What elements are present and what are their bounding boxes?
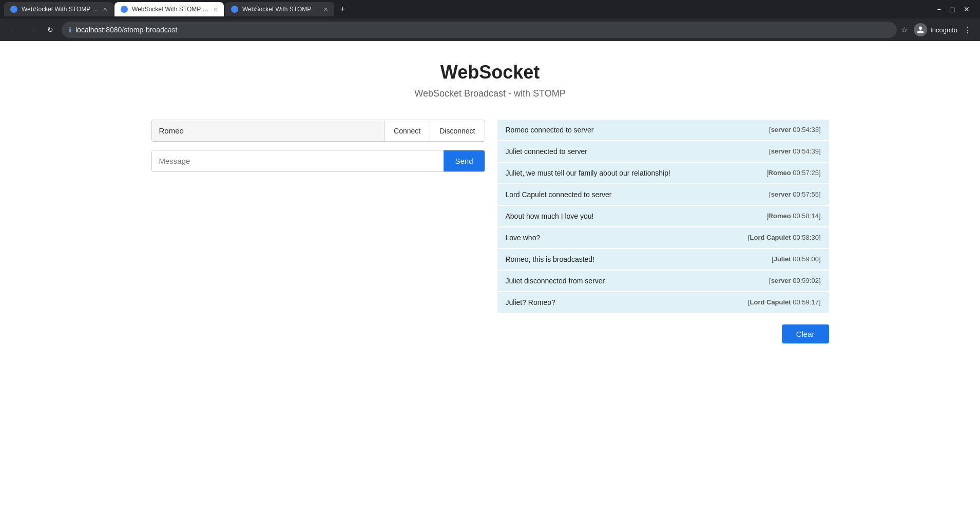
list-item: About how much I love you![Romeo 00:58:1… — [497, 206, 829, 226]
message-text: Juliet connected to server — [506, 147, 761, 156]
lock-icon: ℹ — [69, 26, 71, 34]
clear-button[interactable]: Clear — [782, 324, 829, 343]
message-text: Juliet, we must tell our family about ou… — [506, 169, 758, 177]
sender-name: server — [771, 147, 791, 155]
maximize-button[interactable]: ◻ — [949, 5, 955, 13]
page-subtitle: WebSocket Broadcast - with STOMP — [10, 88, 970, 99]
page-title: WebSocket — [10, 62, 970, 83]
forward-button[interactable]: → — [25, 23, 39, 37]
list-item: Juliet? Romeo?[Lord Capulet 00:59:17] — [497, 292, 829, 313]
message-text: About how much I love you! — [506, 212, 758, 220]
message-text: Juliet disconnected from server — [506, 277, 761, 285]
tab-favicon-2 — [121, 6, 128, 13]
list-item: Lord Capulet connected to server[server … — [497, 184, 829, 205]
message-meta: [Juliet 00:59:00] — [772, 255, 820, 263]
back-button[interactable]: ← — [6, 23, 21, 37]
list-item: Romeo, this is broadcasted![Juliet 00:59… — [497, 249, 829, 270]
message-list: Romeo connected to server[server 00:54:3… — [497, 120, 829, 313]
bookmark-icon[interactable]: ☆ — [901, 26, 908, 34]
window-controls: − ◻ ✕ — [937, 5, 976, 13]
close-window-button[interactable]: ✕ — [964, 5, 970, 13]
sender-name: Romeo — [768, 169, 791, 177]
address-bar-right: ☆ Incognito ⋮ — [901, 23, 974, 36]
minimize-button[interactable]: − — [937, 5, 941, 13]
tab-label-3: WebSocket With STOMP Broadca... — [242, 6, 319, 13]
address-text: localhost:8080/stomp-broadcast — [75, 26, 177, 34]
tab-close-2[interactable]: ✕ — [213, 6, 218, 13]
message-input[interactable] — [152, 150, 444, 171]
browser-menu-icon[interactable]: ⋮ — [964, 25, 972, 35]
disconnect-button[interactable]: Disconnect — [430, 121, 484, 141]
message-text: Lord Capulet connected to server — [506, 190, 761, 199]
message-row: Send — [151, 150, 485, 172]
message-text: Romeo, this is broadcasted! — [506, 255, 764, 263]
message-text: Love who? — [506, 234, 740, 242]
browser-chrome: WebSocket With STOMP Broadca... ✕ WebSoc… — [0, 0, 980, 41]
page-header: WebSocket WebSocket Broadcast - with STO… — [10, 62, 970, 99]
avatar — [914, 23, 927, 36]
left-panel: Connect Disconnect Send — [151, 120, 485, 313]
tab-bar: WebSocket With STOMP Broadca... ✕ WebSoc… — [0, 0, 980, 18]
main-layout: Connect Disconnect Send Romeo connected … — [131, 120, 850, 313]
message-meta: [server 00:57:55] — [769, 190, 821, 198]
tab-close-1[interactable]: ✕ — [103, 6, 107, 13]
tab-3[interactable]: WebSocket With STOMP Broadca... ✕ — [225, 2, 334, 16]
tab-2[interactable]: WebSocket With STOMP Broadca... ✕ — [114, 2, 224, 16]
message-text: Romeo connected to server — [506, 126, 761, 134]
address-bar[interactable]: ℹ localhost:8080/stomp-broadcast — [62, 22, 897, 38]
list-item: Juliet connected to server[server 00:54:… — [497, 141, 829, 162]
message-meta: [Romeo 00:58:14] — [766, 212, 821, 220]
tab-favicon-1 — [10, 6, 17, 13]
address-bar-row: ← → ↻ ℹ localhost:8080/stomp-broadcast ☆… — [0, 18, 980, 41]
page-content: WebSocket WebSocket Broadcast - with STO… — [0, 41, 980, 518]
message-meta: [server 00:59:02] — [769, 277, 821, 284]
sender-name: Romeo — [768, 212, 791, 220]
tab-favicon-3 — [231, 6, 238, 13]
sender-name: server — [771, 126, 791, 133]
profile-area[interactable]: Incognito — [914, 23, 957, 36]
right-panel: Romeo connected to server[server 00:54:3… — [497, 120, 829, 313]
new-tab-button[interactable]: + — [335, 2, 350, 16]
send-button[interactable]: Send — [444, 150, 484, 171]
tab-close-3[interactable]: ✕ — [323, 6, 328, 13]
tab-label-2: WebSocket With STOMP Broadca... — [132, 6, 209, 13]
list-item: Juliet disconnected from server[server 0… — [497, 271, 829, 291]
list-item: Romeo connected to server[server 00:54:3… — [497, 120, 829, 140]
sender-name: server — [771, 277, 791, 284]
message-meta: [Lord Capulet 00:59:17] — [748, 298, 821, 306]
sender-name: Lord Capulet — [750, 298, 791, 306]
list-item: Love who?[Lord Capulet 00:58:30] — [497, 227, 829, 248]
tab-1[interactable]: WebSocket With STOMP Broadca... ✕ — [4, 2, 113, 16]
username-row: Connect Disconnect — [151, 120, 485, 142]
connect-button[interactable]: Connect — [384, 121, 430, 141]
message-meta: [Romeo 00:57:25] — [766, 169, 821, 177]
incognito-label: Incognito — [930, 26, 957, 34]
tab-label-1: WebSocket With STOMP Broadca... — [22, 6, 99, 13]
reload-button[interactable]: ↻ — [43, 23, 57, 37]
message-meta: [server 00:54:39] — [769, 147, 821, 155]
sender-name: Lord Capulet — [750, 234, 791, 241]
sender-name: server — [771, 190, 791, 198]
message-meta: [Lord Capulet 00:58:30] — [748, 234, 821, 241]
list-item: Juliet, we must tell our family about ou… — [497, 163, 829, 183]
username-input[interactable] — [152, 120, 385, 141]
sender-name: Juliet — [774, 255, 791, 263]
message-meta: [server 00:54:33] — [769, 126, 821, 133]
message-text: Juliet? Romeo? — [506, 298, 740, 306]
